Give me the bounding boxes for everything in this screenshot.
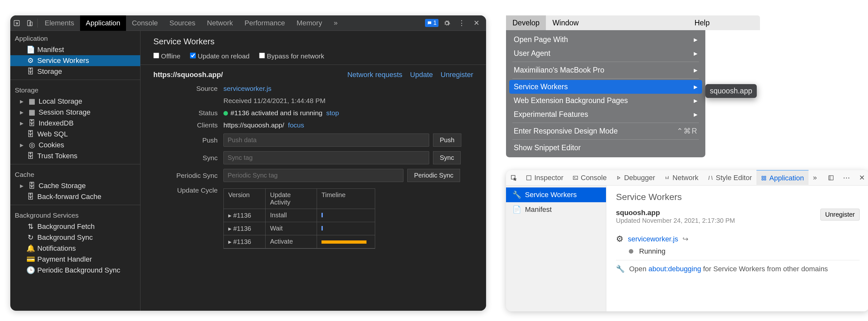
sidebar-item-manifest[interactable]: 📄 Manifest xyxy=(10,44,140,55)
script-link[interactable]: serviceworker.js xyxy=(628,235,678,243)
offline-checkbox[interactable] xyxy=(153,52,159,59)
tab-memory[interactable]: Memory xyxy=(290,15,328,31)
sync-input[interactable] xyxy=(223,151,429,164)
status-text: #1136 activated and is running xyxy=(230,109,322,116)
sw-updated: Updated November 24, 2021, 2:17:30 PM xyxy=(616,217,735,224)
tab-elements[interactable]: Elements xyxy=(39,15,80,31)
chevron-right-icon[interactable]: ▸ xyxy=(20,97,24,106)
dock-icon[interactable] xyxy=(824,170,838,185)
more-icon[interactable]: ⋯ xyxy=(838,170,855,185)
safari-develop-menu: Develop Window Help Open Page With▸ User… xyxy=(506,15,760,157)
close-icon[interactable]: ✕ xyxy=(855,170,868,185)
sidebar-item-session-storage[interactable]: ▸▦Session Storage xyxy=(10,107,140,118)
update-link[interactable]: Update xyxy=(410,71,433,79)
unregister-link[interactable]: Unregister xyxy=(441,71,473,79)
device-icon[interactable] xyxy=(23,15,36,31)
sidebar-item-bg-sync[interactable]: ↻Background Sync xyxy=(10,232,140,243)
menu-web-ext-bg[interactable]: Web Extension Background Pages▸ xyxy=(509,94,702,108)
svg-rect-4 xyxy=(527,176,531,180)
source-link[interactable]: serviceworker.js xyxy=(223,85,271,92)
chevron-right-icon[interactable]: ▸ xyxy=(20,119,24,128)
tab-application[interactable]: Application xyxy=(80,15,126,31)
menu-window[interactable]: Window xyxy=(546,15,585,30)
periodic-sync-button[interactable]: Periodic Sync xyxy=(407,169,460,182)
menu-user-agent[interactable]: User Agent▸ xyxy=(509,46,702,60)
push-button[interactable]: Push xyxy=(433,134,461,147)
tab-performance[interactable]: Performance xyxy=(239,15,290,31)
issues-badge[interactable]: 1 xyxy=(425,19,438,27)
menu-develop[interactable]: Develop xyxy=(506,15,546,30)
sidebar-item-service-workers[interactable]: 🔧 Service Workers xyxy=(506,187,606,202)
sidebar-item-bg-fetch[interactable]: ⇅Background Fetch xyxy=(10,221,140,232)
menu-responsive-design[interactable]: Enter Responsive Design Mode⌃⌘R xyxy=(509,124,702,138)
uc-row[interactable]: ▸ #1136 xyxy=(224,209,266,222)
chevron-right-icon[interactable]: ▸ xyxy=(20,182,24,190)
sidebar-item-notifications[interactable]: 🔔Notifications xyxy=(10,243,140,254)
tab-network[interactable]: Network xyxy=(201,15,239,31)
menu-open-page-with[interactable]: Open Page With▸ xyxy=(509,33,702,46)
menu-snippet-editor[interactable]: Show Snippet Editor xyxy=(509,141,702,155)
menu-help[interactable]: Help xyxy=(688,15,716,30)
tabs-overflow-icon[interactable]: » xyxy=(808,170,822,185)
close-icon[interactable]: ✕ xyxy=(470,15,483,31)
pick-element-icon[interactable] xyxy=(506,170,522,185)
menu-device[interactable]: Maximiliano's MacBook Pro▸ xyxy=(509,63,702,77)
sidebar-item-bf-cache[interactable]: 🗄Back-forward Cache xyxy=(10,191,140,202)
chrome-tabs: Elements Application Console Sources Net… xyxy=(39,15,343,31)
sidebar-item-local-storage[interactable]: ▸▦Local Storage xyxy=(10,96,140,107)
tab-application[interactable]: Application xyxy=(756,170,808,185)
submenu-item-squoosh[interactable]: squoosh.app xyxy=(710,87,752,95)
menu-service-workers[interactable]: Service Workers▸ xyxy=(509,80,702,94)
develop-dropdown: Open Page With▸ User Agent▸ Maximiliano'… xyxy=(506,30,705,157)
menu-experimental[interactable]: Experimental Features▸ xyxy=(509,108,702,121)
sidebar-item-cache-storage[interactable]: ▸🗄Cache Storage xyxy=(10,180,140,191)
sidebar-item-cookies[interactable]: ▸◎Cookies xyxy=(10,140,140,150)
unregister-button[interactable]: Unregister xyxy=(820,209,860,220)
timeline-tick xyxy=(321,213,323,217)
sync-button[interactable]: Sync xyxy=(433,151,461,164)
inspect-icon[interactable] xyxy=(10,15,23,31)
chevron-right-icon: ▸ xyxy=(694,96,698,105)
opt-bypass[interactable]: Bypass for network xyxy=(259,52,324,60)
sidebar-item-indexeddb[interactable]: ▸🗄IndexedDB xyxy=(10,118,140,129)
label-periodic-sync: Periodic Sync xyxy=(153,172,218,179)
tab-debugger[interactable]: Debugger xyxy=(611,170,660,185)
uc-row[interactable]: ▸ #1136 xyxy=(224,222,266,235)
tab-sources[interactable]: Sources xyxy=(164,15,201,31)
stop-link[interactable]: stop xyxy=(326,109,339,116)
tabs-overflow-icon[interactable]: » xyxy=(328,15,343,31)
sidebar-item-manifest[interactable]: 📄 Manifest xyxy=(506,202,606,217)
focus-link[interactable]: focus xyxy=(288,121,304,129)
sidebar-item-service-workers[interactable]: ⚙ Service Workers xyxy=(10,55,140,66)
uc-row[interactable]: ▸ #1136 xyxy=(224,235,266,248)
gear-icon: ⚙ xyxy=(27,57,34,64)
svg-rect-11 xyxy=(829,176,831,180)
sidebar-item-payment[interactable]: 💳Payment Handler xyxy=(10,254,140,265)
chevron-right-icon[interactable]: ▸ xyxy=(20,141,24,149)
bypass-checkbox[interactable] xyxy=(259,52,265,59)
tab-network[interactable]: Network xyxy=(660,170,703,185)
tab-console[interactable]: Console xyxy=(126,15,164,31)
table-icon: ▦ xyxy=(28,98,35,105)
sidebar-item-trust-tokens[interactable]: 🗄Trust Tokens xyxy=(10,150,140,162)
network-requests-link[interactable]: Network requests xyxy=(347,71,402,79)
kebab-icon[interactable]: ⋮ xyxy=(455,15,468,31)
section-storage: Storage xyxy=(10,82,140,96)
about-debugging-link[interactable]: about:debugging xyxy=(648,265,701,273)
push-input[interactable] xyxy=(223,134,429,147)
update-reload-checkbox[interactable] xyxy=(190,52,196,59)
periodic-sync-input[interactable] xyxy=(223,169,403,182)
shortcut: ⌃⌘R xyxy=(677,127,698,136)
external-link-icon[interactable]: ↪ xyxy=(682,235,688,243)
sidebar-item-web-sql[interactable]: 🗄Web SQL xyxy=(10,129,140,140)
sidebar-item-storage[interactable]: 🗄 Storage xyxy=(10,66,140,77)
tab-inspector[interactable]: Inspector xyxy=(522,170,568,185)
sidebar-item-periodic-sync[interactable]: 🕒Periodic Background Sync xyxy=(10,265,140,276)
chevron-right-icon[interactable]: ▸ xyxy=(20,108,24,116)
gear-icon[interactable] xyxy=(440,15,453,31)
tab-console[interactable]: Console xyxy=(568,170,612,185)
sw-origin: https://squoosh.app/ xyxy=(153,71,223,79)
opt-offline[interactable]: Offline xyxy=(153,52,180,60)
tab-style-editor[interactable]: Style Editor xyxy=(703,170,757,185)
opt-update-reload[interactable]: Update on reload xyxy=(190,52,249,60)
